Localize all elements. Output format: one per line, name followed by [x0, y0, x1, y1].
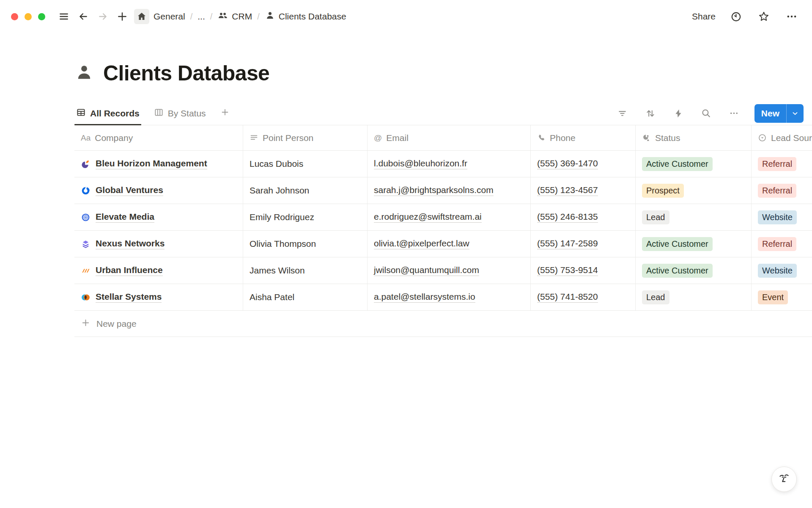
phone-cell[interactable]: (555) 246-8135 — [531, 204, 636, 230]
table-row[interactable]: Elevate Media Emily Rodriguez e.rodrigue… — [74, 204, 812, 231]
automations-button[interactable] — [671, 106, 686, 121]
point-person-cell[interactable]: Aisha Patel — [243, 284, 368, 310]
status-badge[interactable]: Active Customer — [642, 237, 713, 251]
view-more-button[interactable] — [727, 106, 742, 121]
point-person-cell[interactable]: Lucas Dubois — [243, 151, 368, 177]
new-record-button[interactable]: New — [754, 104, 804, 123]
table-row[interactable]: Urban Influence James Wilson jwilson@qua… — [74, 257, 812, 284]
page-icon[interactable] — [74, 63, 94, 84]
table-row[interactable]: Stellar Systems Aisha Patel a.patel@stel… — [74, 284, 812, 311]
email-cell[interactable]: l.dubois@bleuhorizon.fr — [368, 151, 531, 177]
ellipsis-icon — [786, 11, 798, 22]
table-row[interactable]: Global Ventures Sarah Johnson sarah.j@br… — [74, 177, 812, 204]
phone-cell[interactable]: (555) 147-2589 — [531, 231, 636, 257]
filter-button[interactable] — [615, 106, 630, 121]
column-header-phone[interactable]: Phone — [531, 125, 636, 150]
status-cell[interactable]: Prospect — [636, 177, 752, 204]
add-view-button[interactable] — [219, 102, 231, 125]
column-header-point-person[interactable]: Point Person — [243, 125, 368, 150]
status-cell[interactable]: Lead — [636, 204, 752, 230]
company-name-link[interactable]: Bleu Horizon Management — [96, 158, 207, 169]
updates-button[interactable] — [728, 9, 743, 24]
breadcrumb-ellipsis[interactable]: ... — [198, 11, 205, 22]
phone-cell[interactable]: (555) 753-9514 — [531, 257, 636, 284]
new-page-button[interactable]: New page — [74, 311, 812, 337]
point-person-cell[interactable]: James Wilson — [243, 257, 368, 284]
point-person-cell[interactable]: Sarah Johnson — [243, 177, 368, 204]
point-person-cell[interactable]: Olivia Thompson — [243, 231, 368, 257]
lead-source-cell[interactable]: Referral — [752, 177, 812, 204]
phone-link: (555) 123-4567 — [537, 185, 598, 196]
column-header-company[interactable]: Aa Company — [74, 125, 243, 150]
company-cell[interactable]: Stellar Systems — [74, 284, 243, 310]
table-row[interactable]: Bleu Horizon Management Lucas Dubois l.d… — [74, 151, 812, 177]
company-cell[interactable]: Urban Influence — [74, 257, 243, 284]
tab-by-status[interactable]: By Status — [152, 102, 208, 125]
status-cell[interactable]: Active Customer — [636, 257, 752, 284]
status-badge[interactable]: Lead — [642, 290, 669, 304]
status-cell[interactable]: Lead — [636, 284, 752, 310]
company-name-link[interactable]: Stellar Systems — [96, 292, 162, 303]
new-tab-button[interactable] — [115, 9, 130, 24]
status-badge[interactable]: Prospect — [642, 184, 684, 198]
minimize-window-button[interactable] — [25, 13, 32, 20]
zoom-window-button[interactable] — [38, 13, 45, 20]
email-cell[interactable]: sarah.j@brightsparksolns.com — [368, 177, 531, 204]
company-cell[interactable]: Nexus Networks — [74, 231, 243, 257]
company-cell[interactable]: Elevate Media — [74, 204, 243, 230]
lead-source-cell[interactable]: Website — [752, 257, 812, 284]
share-button[interactable]: Share — [692, 11, 716, 22]
lead-source-badge[interactable]: Event — [758, 290, 788, 304]
point-person-cell[interactable]: Emily Rodriguez — [243, 204, 368, 230]
status-cell[interactable]: Active Customer — [636, 231, 752, 257]
phone-cell[interactable]: (555) 369-1470 — [531, 151, 636, 177]
lead-source-badge[interactable]: Website — [758, 210, 797, 224]
select-icon — [758, 133, 767, 142]
lead-source-cell[interactable]: Referral — [752, 231, 812, 257]
breadcrumb-clients-database[interactable]: Clients Database — [265, 10, 346, 23]
lead-source-badge[interactable]: Website — [758, 264, 797, 278]
column-header-status[interactable]: Status — [636, 125, 752, 150]
back-button[interactable] — [76, 9, 91, 24]
more-options-button[interactable] — [784, 9, 799, 24]
page-title[interactable]: Clients Database — [103, 61, 269, 86]
company-name-link[interactable]: Global Ventures — [96, 185, 163, 196]
chevron-down-icon[interactable] — [786, 104, 804, 123]
lead-source-badge[interactable]: Referral — [758, 184, 796, 198]
status-badge[interactable]: Active Customer — [642, 157, 713, 171]
company-name-link[interactable]: Urban Influence — [96, 265, 163, 276]
column-header-lead-source[interactable]: Lead Source — [752, 125, 812, 150]
email-cell[interactable]: jwilson@quantumquill.com — [368, 257, 531, 284]
notion-ai-button[interactable] — [771, 467, 797, 492]
lead-source-cell[interactable]: Event — [752, 284, 812, 310]
breadcrumb-crm[interactable]: CRM — [217, 10, 252, 23]
favorite-button[interactable] — [756, 9, 771, 24]
people-icon — [217, 10, 228, 23]
sidebar-menu-button[interactable] — [56, 9, 71, 24]
lead-source-cell[interactable]: Referral — [752, 151, 812, 177]
phone-cell[interactable]: (555) 741-8520 — [531, 284, 636, 310]
lead-source-badge[interactable]: Referral — [758, 157, 796, 171]
email-cell[interactable]: e.rodriguez@swiftstream.ai — [368, 204, 531, 230]
email-cell[interactable]: olivia.t@pixelperfect.law — [368, 231, 531, 257]
email-cell[interactable]: a.patel@stellarsystems.io — [368, 284, 531, 310]
lead-source-cell[interactable]: Website — [752, 204, 812, 230]
company-name-link[interactable]: Elevate Media — [96, 212, 154, 223]
tab-all-records[interactable]: All Records — [74, 102, 141, 125]
status-badge[interactable]: Active Customer — [642, 264, 713, 278]
company-name-link[interactable]: Nexus Networks — [96, 238, 165, 249]
sort-button[interactable] — [643, 106, 658, 121]
phone-cell[interactable]: (555) 123-4567 — [531, 177, 636, 204]
search-button[interactable] — [699, 106, 714, 121]
breadcrumb-general[interactable]: General — [154, 11, 185, 22]
status-badge[interactable]: Lead — [642, 210, 669, 224]
home-button[interactable] — [134, 9, 149, 24]
status-cell[interactable]: Active Customer — [636, 151, 752, 177]
company-cell[interactable]: Bleu Horizon Management — [74, 151, 243, 177]
company-cell[interactable]: Global Ventures — [74, 177, 243, 204]
table-row[interactable]: Nexus Networks Olivia Thompson olivia.t@… — [74, 231, 812, 257]
forward-button[interactable] — [95, 9, 110, 24]
close-window-button[interactable] — [11, 13, 18, 20]
lead-source-badge[interactable]: Referral — [758, 237, 796, 251]
column-header-email[interactable]: @ Email — [368, 125, 531, 150]
